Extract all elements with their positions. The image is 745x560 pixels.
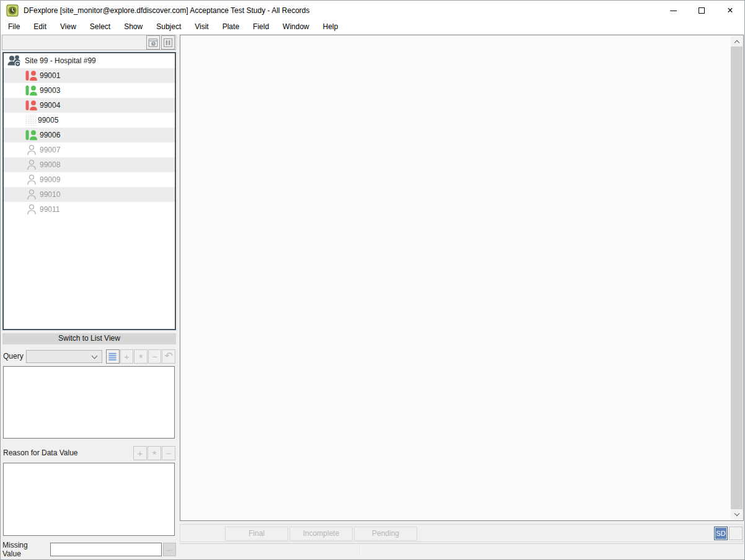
subject-tree: Site 99 - Hospital #99 99001 99003	[2, 52, 176, 330]
menu-item-label: Help	[323, 22, 338, 31]
query-label: Query	[3, 352, 24, 361]
blank-toggle-button[interactable]	[729, 527, 743, 540]
query-list-button[interactable]	[106, 349, 120, 364]
subject-id: 99003	[40, 86, 60, 95]
menu-item-view[interactable]: View	[53, 20, 83, 34]
subject-id: 99007	[40, 146, 60, 154]
chevron-down-icon	[734, 510, 739, 515]
maximize-icon	[699, 7, 705, 14]
subject-id: 99011	[40, 205, 60, 214]
menu-item-label: Show	[124, 22, 143, 31]
query-delete-button[interactable]: −	[148, 349, 162, 364]
subject-status-icon	[25, 100, 38, 111]
missing-value-input[interactable]	[50, 543, 162, 556]
time-travel-button[interactable]	[146, 35, 160, 50]
menu-item-subject[interactable]: Subject	[149, 20, 188, 34]
subject-row[interactable]: 99008	[4, 157, 175, 172]
reason-toolbar: Reason for Data Value + * −	[2, 445, 176, 460]
subject-row[interactable]: 99010	[4, 187, 175, 202]
close-button[interactable]: ×	[716, 1, 744, 20]
window-title: DFexplore [site_monitor@explore.dfdiscov…	[24, 6, 310, 15]
maximize-button[interactable]	[687, 1, 716, 20]
menu-item-label: File	[8, 22, 20, 31]
subject-empty-icon	[25, 144, 38, 155]
subject-row[interactable]: 99007	[4, 142, 175, 157]
app-logo-icon	[6, 4, 19, 17]
menu-item-visit[interactable]: Visit	[188, 20, 215, 34]
app-window: DFexplore [site_monitor@explore.dfdiscov…	[0, 0, 745, 560]
reason-label: Reason for Data Value	[3, 448, 133, 457]
undo-icon: ↶	[164, 350, 172, 363]
reason-text-area[interactable]	[3, 463, 175, 536]
final-button[interactable]: Final	[225, 527, 288, 541]
chevron-up-icon	[734, 40, 739, 45]
columns-view-button[interactable]	[161, 35, 175, 50]
chevron-down-icon	[92, 352, 98, 359]
menu-item-edit[interactable]: Edit	[27, 20, 53, 34]
menu-item-window[interactable]: Window	[276, 20, 316, 34]
status-divider	[361, 545, 361, 557]
site-group-icon	[7, 55, 24, 67]
sidebar-toolbar	[2, 35, 176, 50]
menu-item-plate[interactable]: Plate	[216, 20, 246, 34]
subject-id: 99006	[40, 131, 60, 139]
subject-id: 99005	[38, 116, 58, 125]
subject-row[interactable]: 99005	[4, 113, 175, 128]
menu-item-help[interactable]: Help	[316, 20, 345, 34]
add-icon: +	[138, 448, 143, 458]
subject-row[interactable]: 99004	[4, 98, 175, 113]
subject-row[interactable]: 99009	[4, 172, 175, 187]
site-header[interactable]: Site 99 - Hospital #99	[4, 53, 175, 68]
status-bar	[180, 543, 744, 558]
query-undo-button[interactable]: ↶	[162, 349, 175, 364]
pending-button[interactable]: Pending	[354, 527, 417, 541]
missing-value-row: Missing Value ...	[2, 541, 176, 558]
query-list-icon	[108, 352, 117, 361]
missing-value-label: Missing Value	[2, 541, 47, 558]
menu-item-field[interactable]: Field	[246, 20, 276, 34]
query-modify-button[interactable]: *	[134, 349, 148, 364]
menu-item-label: Plate	[223, 22, 239, 31]
close-icon: ×	[727, 6, 733, 15]
sd-toggle-button[interactable]: SD	[714, 527, 728, 540]
reason-add-button[interactable]: +	[133, 446, 147, 460]
query-add-button[interactable]: +	[120, 349, 134, 364]
columns-icon	[163, 38, 173, 48]
query-dropdown[interactable]	[26, 350, 102, 363]
minus-icon: −	[166, 448, 172, 458]
subject-empty-icon	[25, 189, 38, 200]
menu-item-label: Field	[253, 22, 269, 31]
subject-id: 99010	[40, 190, 60, 199]
subject-row[interactable]: 99006	[4, 128, 175, 142]
scroll-down-button[interactable]	[731, 509, 743, 520]
missing-value-browse-button[interactable]: ...	[163, 543, 176, 556]
subject-status-icon	[25, 70, 38, 81]
query-text-area[interactable]	[3, 366, 175, 439]
time-travel-icon	[148, 38, 158, 48]
subject-row[interactable]: 99003	[4, 83, 175, 98]
subject-row[interactable]: 99001	[4, 68, 175, 83]
menu-item-label: Subject	[156, 22, 181, 31]
reason-modify-button[interactable]: *	[148, 446, 161, 460]
switch-to-list-view-button[interactable]: Switch to List View	[2, 333, 176, 344]
asterisk-icon: *	[152, 445, 157, 462]
subject-list: 99001 99003 99004	[4, 68, 175, 217]
window-controls: ×	[659, 1, 744, 20]
incomplete-button[interactable]: Incomplete	[289, 527, 353, 541]
menu-item-select[interactable]: Select	[83, 20, 117, 34]
subject-status-icon	[25, 129, 38, 141]
menu-item-label: Edit	[33, 22, 46, 31]
menu-item-file[interactable]: File	[1, 20, 27, 34]
add-icon: +	[124, 351, 130, 362]
menu-item-label: Window	[283, 22, 309, 31]
vertical-scrollbar[interactable]	[731, 36, 743, 520]
subject-id: 99001	[40, 71, 60, 80]
subject-placeholder-icon	[25, 115, 36, 126]
menu-item-show[interactable]: Show	[117, 20, 149, 34]
scrollbar-thumb[interactable]	[731, 46, 743, 509]
scroll-up-button[interactable]	[731, 36, 743, 46]
reason-delete-button[interactable]: −	[162, 446, 175, 460]
minimize-button[interactable]	[659, 1, 687, 20]
title-bar: DFexplore [site_monitor@explore.dfdiscov…	[1, 1, 744, 20]
subject-row[interactable]: 99011	[4, 202, 175, 217]
